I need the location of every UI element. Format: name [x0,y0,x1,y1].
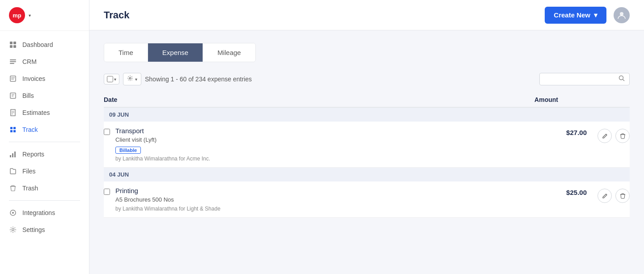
svg-point-27 [129,77,131,79]
svg-point-25 [12,229,14,231]
showing-text: Showing 1 - 60 of 234 expense entries [145,76,252,83]
search-input[interactable] [544,76,616,83]
table-row: Printing A5 Brochures 500 Nos by Lankith… [104,181,630,218]
sidebar-item-track[interactable]: Track [0,121,89,138]
tab-time[interactable]: Time [104,43,148,62]
sidebar-item-estimates[interactable]: Estimates [0,104,89,121]
col-date: Date [104,96,117,103]
entry-checkbox[interactable] [104,129,110,135]
bills-icon [9,92,17,100]
row-checkbox-1[interactable] [104,127,115,137]
svg-rect-4 [10,59,16,60]
entry-actions-2 [597,187,630,203]
entry-amount: $25.00 [553,187,597,196]
search-icon [619,75,625,83]
content-area: Time Expense Mileage ▾ ▾ [89,30,644,274]
settings-icon [9,226,17,234]
sidebar-item-settings[interactable]: Settings [0,221,89,238]
gear-dropdown[interactable]: ▾ [123,73,141,85]
nav-divider-2 [9,200,80,201]
sidebar-item-label: Bills [22,92,34,99]
svg-point-26 [620,12,623,16]
entry-description: Client visit (Lyft) [115,136,553,143]
logo-icon: mp [9,7,25,23]
logo-chevron-icon: ▾ [29,13,31,18]
table-header: Date Amount [104,93,630,108]
tab-mileage[interactable]: Mileage [203,43,255,62]
toolbar-left: ▾ ▾ Showing 1 - 60 of 234 expense entrie… [104,73,252,85]
svg-rect-1 [13,42,16,44]
sidebar-item-trash[interactable]: Trash [0,180,89,197]
edit-button[interactable] [597,189,612,203]
entry-details-1: Transport Client visit (Lyft) Billable b… [115,127,553,162]
row-checkbox-2[interactable] [104,187,115,197]
checkbox-dropdown[interactable]: ▾ [104,74,119,84]
sidebar-item-files[interactable]: Files [0,163,89,180]
sidebar-item-label: CRM [22,58,37,65]
avatar[interactable] [614,7,630,23]
edit-button[interactable] [597,129,612,143]
nav-divider [9,142,80,142]
svg-rect-9 [10,93,16,98]
svg-rect-15 [10,127,13,129]
create-new-button[interactable]: Create New ▾ [545,7,606,24]
entry-name: Printing [115,187,553,194]
crm-icon [9,58,17,66]
logo-area[interactable]: mp ▾ [0,0,89,31]
svg-rect-21 [14,152,16,157]
date-section-04jun: 04 JUN [104,168,630,181]
entry-checkbox[interactable] [104,189,110,195]
entry-meta: by Lankitha Wimalarathna for Acme Inc. [115,156,553,162]
sidebar-item-integrations[interactable]: Integrations [0,204,89,221]
chevron-down-icon: ▾ [594,11,597,19]
search-box[interactable] [539,73,630,85]
svg-rect-6 [10,63,14,64]
sidebar-item-label: Integrations [22,209,55,216]
svg-point-24 [12,212,14,214]
sidebar-item-bills[interactable]: Bills [0,87,89,104]
page-header: Track Create New ▾ [89,0,644,30]
estimates-icon [9,109,17,117]
sidebar-item-dashboard[interactable]: Dashboard [0,36,89,53]
tab-bar: Time Expense Mileage [104,43,256,62]
delete-button[interactable] [615,129,630,143]
sidebar-item-label: Reports [22,151,44,158]
entry-amount: $27.00 [553,127,597,136]
date-section-09jun: 09 JUN [104,108,630,122]
reports-icon [9,150,17,158]
files-icon [9,167,17,175]
delete-button[interactable] [615,189,630,203]
main-content: Track Create New ▾ Time Expense Mileage [89,0,644,274]
checkbox-dropdown-chevron-icon: ▾ [114,77,116,82]
svg-rect-19 [10,155,11,157]
main-nav: Dashboard CRM Invoices [0,31,89,274]
svg-rect-20 [12,153,13,157]
billable-badge: Billable [115,147,141,154]
entry-details-2: Printing A5 Brochures 500 Nos by Lankith… [115,187,553,212]
sidebar-item-label: Invoices [22,75,45,82]
select-all-checkbox[interactable] [107,76,113,82]
tab-expense[interactable]: Expense [148,43,203,62]
svg-rect-17 [10,130,13,132]
table-toolbar: ▾ ▾ Showing 1 - 60 of 234 expense entrie… [104,73,630,85]
sidebar: mp ▾ Dashboard [0,0,89,274]
svg-rect-2 [10,45,13,48]
svg-rect-5 [10,61,16,62]
dashboard-icon [9,41,17,49]
svg-rect-3 [13,45,16,48]
entry-name: Transport [115,127,553,135]
trash-icon [9,184,17,192]
sidebar-item-label: Estimates [22,109,50,116]
page-title: Track [104,9,130,21]
invoices-icon [9,75,17,83]
svg-line-29 [623,80,625,81]
sidebar-item-label: Dashboard [22,41,53,48]
sidebar-item-reports[interactable]: Reports [0,146,89,163]
sidebar-item-label: Track [22,126,38,133]
sidebar-item-crm[interactable]: CRM [0,53,89,70]
entry-description: A5 Brochures 500 Nos [115,196,553,203]
gear-dropdown-chevron-icon: ▾ [135,77,137,82]
gear-icon [127,75,133,83]
sidebar-item-invoices[interactable]: Invoices [0,70,89,87]
svg-rect-0 [10,42,13,44]
